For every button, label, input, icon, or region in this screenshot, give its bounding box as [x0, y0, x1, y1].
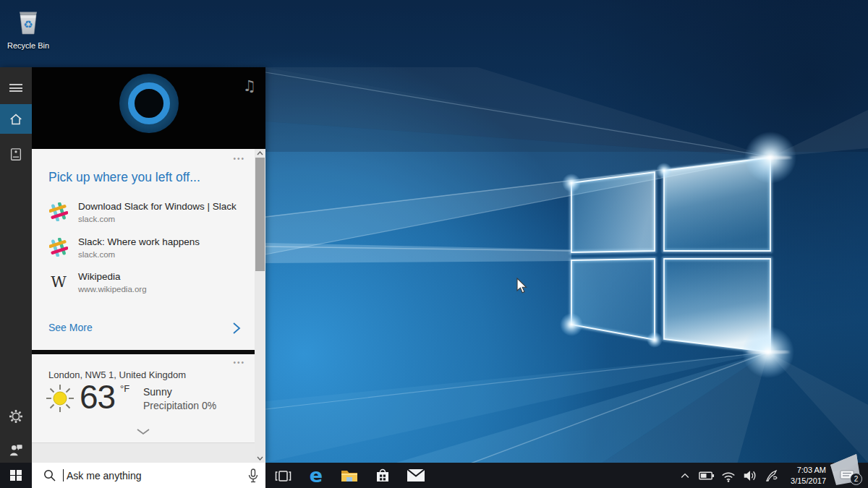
cortana-scroll-area: ••• Pick up where you left off... [32, 149, 255, 463]
tray-network[interactable] [718, 463, 739, 488]
pickup-item-url: slack.com [78, 250, 115, 259]
wifi-icon [720, 468, 736, 484]
file-explorer-button[interactable] [333, 463, 366, 488]
pen-icon [765, 468, 779, 483]
notebook-icon [9, 147, 23, 163]
weather-location: London, NW5 1, United Kingdom [48, 369, 186, 380]
cortana-search-box[interactable] [32, 463, 265, 488]
pickup-item-title: Wikipedia [78, 271, 121, 282]
pickup-card: ••• Pick up where you left off... [32, 149, 255, 350]
pickup-item-title: Download Slack for Windows | Slack [78, 201, 237, 212]
weather-card: ••• London, NW5 1, United Kingdom 63 °F [32, 354, 255, 442]
wikipedia-icon: W [48, 272, 69, 292]
clock-time: 7:03 AM [780, 465, 826, 476]
sidebar-item-notebook[interactable] [0, 140, 32, 169]
menu-button[interactable] [0, 73, 32, 103]
weather-temperature: 63 [80, 377, 115, 416]
slack-icon [48, 237, 69, 257]
next-card-partial [32, 442, 255, 464]
mail-button[interactable] [399, 463, 433, 488]
cortana-main: ♫ ••• Pick up where you left off... [32, 67, 265, 463]
sidebar-item-feedback[interactable] [0, 435, 32, 464]
cortana-panel: ♫ ••• Pick up where you left off... [0, 67, 265, 463]
search-input[interactable] [65, 469, 234, 482]
pickup-item-title: Slack: Where work happens [78, 236, 200, 247]
sidebar-item-home[interactable] [0, 104, 32, 134]
music-search-icon[interactable]: ♫ [242, 77, 256, 95]
clock-date: 3/15/2017 [780, 476, 826, 487]
sunny-icon [45, 383, 75, 414]
task-view-icon [274, 467, 292, 484]
card-menu-ellipsis-icon[interactable]: ••• [233, 155, 245, 163]
chevron-up-icon [679, 470, 691, 481]
start-button[interactable] [0, 463, 32, 488]
task-view-button[interactable] [266, 463, 299, 488]
store-icon [374, 467, 391, 484]
chevron-down-icon[interactable] [136, 428, 150, 435]
search-icon [43, 469, 56, 481]
weather-precipitation: Precipitation 0% [143, 400, 216, 411]
recycle-bin-desktop-icon[interactable]: ♻ Recycle Bin [6, 6, 51, 50]
action-center-button[interactable]: 2 [829, 453, 865, 488]
feedback-icon [9, 442, 23, 457]
card-menu-ellipsis-icon[interactable]: ••• [233, 359, 245, 367]
pickup-item-url: www.wikipedia.org [78, 285, 147, 294]
tray-show-hidden-icons[interactable] [674, 463, 696, 488]
microphone-icon[interactable] [248, 468, 258, 483]
home-icon [8, 111, 24, 127]
notification-count-badge: 2 [850, 473, 862, 485]
recycle-symbol-icon: ♻ [6, 18, 51, 31]
battery-icon [699, 468, 715, 484]
scrollbar-up-arrow[interactable] [255, 149, 265, 158]
weather-unit: °F [120, 383, 129, 394]
cortana-header: ♫ [32, 67, 265, 149]
cortana-sidebar [0, 67, 32, 463]
taskbar-clock[interactable]: 7:03 AM 3/15/2017 [780, 463, 826, 488]
pickup-item-url: slack.com [78, 215, 115, 223]
pickup-item-slack-download[interactable]: Download Slack for Windows | Slack slack… [48, 201, 247, 231]
pickup-card-title: Pick up where you left off... [48, 170, 200, 185]
taskbar-app-icons: e [266, 463, 433, 488]
text-caret [63, 469, 64, 481]
gear-icon [9, 409, 23, 424]
store-button[interactable] [366, 463, 399, 488]
speaker-icon [742, 468, 758, 484]
recycle-bin-label: Recycle Bin [6, 41, 51, 50]
see-more-link[interactable]: See More [48, 321, 244, 338]
scrollbar-thumb[interactable] [255, 158, 265, 271]
scrollbar-down-arrow[interactable] [255, 454, 265, 463]
pickup-item-wikipedia[interactable]: W Wikipedia www.wikipedia.org [48, 271, 247, 301]
pickup-item-slack-home[interactable]: Slack: Where work happens slack.com [48, 236, 247, 267]
tray-battery[interactable] [696, 463, 718, 488]
panel-scrollbar[interactable] [255, 149, 265, 463]
hamburger-icon [9, 82, 22, 94]
slack-icon [48, 202, 69, 222]
desktop: ♻ Recycle Bin [0, 0, 868, 488]
file-explorer-icon [340, 468, 359, 484]
tray-volume[interactable] [739, 463, 761, 488]
windows-logo-icon [10, 470, 22, 481]
mail-icon [407, 468, 425, 483]
system-tray [674, 463, 783, 488]
weather-condition: Sunny [143, 386, 172, 398]
see-more-label: See More [48, 322, 93, 333]
sidebar-item-settings[interactable] [0, 401, 32, 431]
taskbar: e [0, 463, 868, 488]
edge-button[interactable]: e [299, 463, 333, 488]
edge-icon: e [310, 466, 323, 485]
chevron-right-icon [231, 321, 242, 335]
cortana-logo-icon [118, 72, 180, 134]
